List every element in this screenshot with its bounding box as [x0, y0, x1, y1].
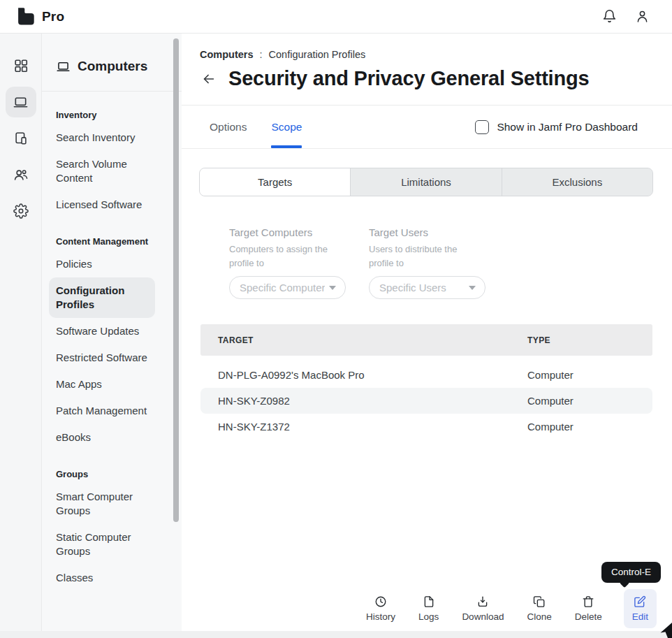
- dashboard-icon: [13, 58, 29, 73]
- target-computers-label: Target Computers: [229, 226, 346, 238]
- rail-item-devices[interactable]: [6, 123, 36, 154]
- show-in-dashboard-checkbox[interactable]: [475, 120, 489, 134]
- brand-name: Pro: [42, 9, 64, 24]
- sidebar-item-mac-apps[interactable]: Mac Apps: [49, 371, 155, 398]
- breadcrumb: Computers : Configuration Profiles: [200, 49, 655, 60]
- target-users-label: Target Users: [369, 226, 485, 238]
- sidebar-header: Computers: [42, 34, 182, 92]
- sidebar-item-search-inventory[interactable]: Search Inventory: [49, 124, 155, 151]
- laptop-icon: [13, 94, 29, 110]
- download-icon: [476, 595, 489, 608]
- scope-tab-limitations[interactable]: Limitations: [350, 168, 501, 196]
- copy-icon: [533, 595, 546, 608]
- scope-tab-exclusions[interactable]: Exclusions: [502, 168, 652, 196]
- user-icon: [635, 9, 650, 24]
- column-header-target: TARGET: [200, 335, 527, 345]
- notifications-button[interactable]: [602, 9, 617, 24]
- sidebar-item-software-updates[interactable]: Software Updates: [49, 318, 155, 345]
- table-header-row: TARGET TYPE: [200, 324, 652, 356]
- sidebar-item-restricted-software[interactable]: Restricted Software: [49, 345, 155, 371]
- history-button[interactable]: History: [365, 589, 397, 628]
- trash-icon: [582, 595, 594, 608]
- tab-options[interactable]: Options: [210, 106, 247, 148]
- section-label-content-management: Content Management: [56, 236, 168, 247]
- sidebar-item-policies[interactable]: Policies: [49, 251, 155, 277]
- show-in-dashboard-label[interactable]: Show in Jamf Pro Dashboard: [497, 121, 638, 133]
- logs-button[interactable]: Logs: [417, 589, 440, 628]
- file-icon: [423, 595, 435, 608]
- targets-table: TARGET TYPE DN-PLG-A0992's MacBook Pro C…: [200, 324, 652, 440]
- sidebar-item-smart-computer-groups[interactable]: Smart Computer Groups: [49, 484, 155, 524]
- sidebar-item-patch-management[interactable]: Patch Management: [49, 398, 155, 424]
- breadcrumb-separator: :: [260, 49, 263, 60]
- account-button[interactable]: [635, 9, 650, 24]
- action-toolbar: History Logs Download Clone: [365, 589, 657, 628]
- edit-pencil-icon: [634, 595, 646, 608]
- arrow-left-icon: [201, 71, 217, 87]
- section-label-groups: Groups: [56, 469, 168, 479]
- bell-icon: [602, 9, 617, 24]
- sidebar-item-configuration-profiles[interactable]: Configuration Profiles: [49, 277, 155, 318]
- icon-rail: [0, 34, 42, 638]
- breadcrumb-computers[interactable]: Computers: [200, 49, 254, 60]
- target-computers-select[interactable]: Specific Computers: [229, 276, 346, 299]
- target-computers-field: Target Computers Computers to assign the…: [229, 226, 346, 299]
- window-bottom-edge: [0, 631, 672, 638]
- download-button[interactable]: Download: [460, 589, 505, 628]
- sidebar-scrollbar[interactable]: [173, 38, 179, 522]
- chevron-down-icon: [469, 286, 476, 290]
- target-users-helper: Users to distribute the profile to: [369, 242, 481, 270]
- chevron-down-icon: [329, 286, 336, 290]
- sidebar-title: Computers: [78, 59, 147, 74]
- table-row: HN-SKY-Z1372 Computer: [200, 414, 652, 440]
- users-icon: [13, 167, 29, 182]
- table-row: HN-SKY-Z0982 Computer: [200, 388, 652, 414]
- tab-scope[interactable]: Scope: [271, 106, 302, 148]
- mobile-devices-icon: [13, 131, 29, 146]
- active-tab-underline: [271, 145, 302, 148]
- laptop-icon: [56, 59, 71, 74]
- tab-bar: Options Scope: [210, 106, 302, 148]
- clock-icon: [374, 595, 387, 608]
- column-header-type: TYPE: [527, 335, 652, 345]
- section-label-inventory: Inventory: [56, 110, 168, 120]
- sidebar-item-static-computer-groups[interactable]: Static Computer Groups: [49, 524, 155, 565]
- sidebar-item-search-volume-content[interactable]: Search Volume Content: [49, 151, 155, 191]
- target-users-select[interactable]: Specific Users: [369, 276, 485, 299]
- edit-button[interactable]: Edit: [624, 589, 657, 628]
- mouse-cursor: [655, 623, 672, 638]
- main-content: Computers : Configuration Profiles Secur…: [182, 34, 672, 638]
- gear-icon: [13, 203, 29, 219]
- table-row: DN-PLG-A0992's MacBook Pro Computer: [200, 362, 652, 388]
- delete-button[interactable]: Delete: [574, 589, 604, 628]
- rail-item-computers[interactable]: [6, 87, 36, 117]
- page-title: Security and Privacy General Settings: [228, 67, 589, 90]
- brand: Pro: [15, 6, 64, 27]
- sidebar-item-ebooks[interactable]: eBooks: [49, 424, 155, 451]
- target-users-field: Target Users Users to distribute the pro…: [369, 226, 485, 299]
- sidebar-item-classes[interactable]: Classes: [49, 565, 155, 591]
- breadcrumb-configuration-profiles[interactable]: Configuration Profiles: [269, 49, 366, 60]
- scope-segmented-control: Targets Limitations Exclusions: [199, 168, 653, 196]
- jamf-logo-icon: [15, 6, 36, 27]
- scope-tab-targets[interactable]: Targets: [200, 168, 350, 196]
- sidebar: Computers Inventory Search Inventory Sea…: [42, 34, 182, 638]
- rail-item-dashboard[interactable]: [6, 50, 36, 81]
- target-computers-helper: Computers to assign the profile to: [229, 242, 341, 270]
- rail-item-users[interactable]: [6, 159, 36, 190]
- sidebar-item-licensed-software[interactable]: Licensed Software: [49, 191, 155, 218]
- top-bar: Pro: [0, 0, 672, 34]
- rail-item-settings[interactable]: [6, 196, 36, 226]
- clone-button[interactable]: Clone: [525, 589, 553, 628]
- shortcut-tooltip: Control-E: [601, 562, 661, 583]
- back-button[interactable]: [200, 70, 218, 88]
